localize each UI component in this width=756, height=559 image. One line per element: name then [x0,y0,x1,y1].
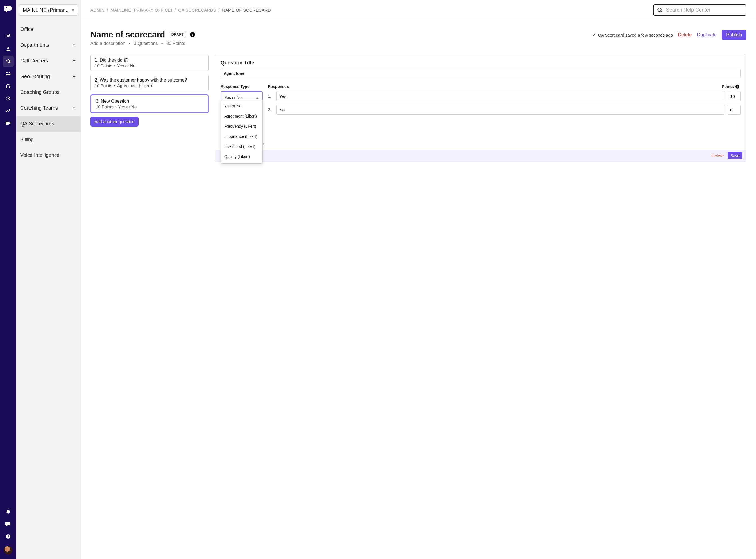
svg-line-8 [661,11,662,13]
auto-fail-line1: for certain responses [221,136,740,141]
delete-question-button[interactable]: Delete [712,154,724,158]
rail-sparkle-icon[interactable] [2,31,14,42]
rail-chat-icon[interactable] [2,518,14,530]
question-list: 1. Did they do it?10 Points•Yes or No2. … [91,54,209,127]
add-question-button[interactable]: Add another question [91,117,139,127]
svg-point-3 [9,72,10,73]
rail-history-icon[interactable] [2,93,14,104]
rail-team-icon[interactable] [2,68,14,79]
rail-headset-icon[interactable] [2,81,14,92]
sidebar-item-label: Call Centers [20,58,48,64]
sidebar-item-geo-routing[interactable]: Geo. Routing+ [16,69,81,84]
question-title-label: Question Title [221,60,740,66]
svg-point-7 [658,8,661,11]
sidebar-item-label: Departments [20,42,49,48]
save-status: ✓ QA Scorecard saved a few seconds ago [592,32,673,38]
responses-label: Responses [268,84,289,89]
breadcrumb: ADMIN / MAINLINE (PRIMARY OFFICE) / QA S… [91,7,271,13]
sidebar-item-label: Coaching Groups [20,89,60,95]
office-selector[interactable]: MAINLINE (Primar... ▾ [19,4,78,16]
svg-point-2 [6,72,8,73]
user-avatar[interactable] [4,546,13,555]
rail-help-icon[interactable]: ? [2,531,14,542]
response-number: 2. [268,107,274,112]
response-type-option[interactable]: Frequency (Likert) [221,121,262,131]
rail-analytics-icon[interactable] [2,105,14,116]
sidebar-item-call-centers[interactable]: Call Centers+ [16,53,81,69]
response-type-option[interactable]: Agreement (Likert) [221,111,262,121]
check-icon: ✓ [592,32,596,38]
main-area: ADMIN / MAINLINE (PRIMARY OFFICE) / QA S… [81,0,756,559]
office-selector-text: MAINLINE (Primar... [23,7,69,13]
response-type-option[interactable]: Likelihood (Likert) [221,141,262,152]
sidebar-item-billing[interactable]: Billing [16,132,81,147]
response-type-option[interactable]: Importance (Likert) [221,131,262,141]
crumb-current: NAME OF SCORECARD [222,7,270,13]
points-info-icon[interactable]: i [735,85,739,89]
nav-rail: ? [0,0,16,559]
topbar: ADMIN / MAINLINE (PRIMARY OFFICE) / QA S… [81,0,756,20]
info-icon[interactable]: i [190,32,195,37]
sidebar-item-departments[interactable]: Departments+ [16,37,81,53]
response-row: 2.No0 [268,105,740,115]
response-points-input[interactable]: 10 [728,91,740,101]
rail-video-icon[interactable] [2,117,14,129]
auto-fail-line2: assign a 0% grade to a call [221,141,740,147]
duplicate-scorecard-button[interactable]: Duplicate [697,32,717,38]
response-type-option[interactable]: Yes or No [221,101,262,111]
help-search-input[interactable] [665,7,742,13]
question-card[interactable]: 3. New Question10 Points•Yes or No [91,94,209,113]
plus-icon[interactable]: + [72,42,76,48]
sidebar-item-label: Office [20,26,33,32]
help-search[interactable] [653,4,747,16]
svg-rect-4 [6,122,9,125]
response-label-input[interactable]: No [276,105,725,115]
sidebar-item-coaching-teams[interactable]: Coaching Teams+ [16,100,81,116]
response-points-input[interactable]: 0 [728,105,740,115]
publish-button[interactable]: Publish [722,30,747,40]
rail-bell-icon[interactable] [2,506,14,517]
scorecard-question-count: 3 Questions [134,41,158,46]
question-card[interactable]: 2. Was the customer happy with the outco… [91,74,209,91]
editor-footer: Delete Save [215,150,746,162]
sidebar-item-label: Geo. Routing [20,74,50,80]
response-type-dropdown: Yes or NoAgreement (Likert)Frequency (Li… [221,99,263,164]
response-label-input[interactable]: Yes [276,91,725,101]
caret-down-icon: ▾ [72,7,74,13]
search-icon [657,7,663,13]
sidebar-item-label: Coaching Teams [20,105,58,111]
sidebar-item-label: Voice Intelligence [20,152,60,158]
crumb-admin[interactable]: ADMIN [91,7,104,13]
svg-text:?: ? [7,535,9,538]
app-logo-icon [4,5,12,13]
points-label: Points [722,84,734,89]
rail-settings-icon[interactable] [2,56,14,67]
question-title-input[interactable]: Agent tone [221,69,740,78]
question-card-title: 1. Did they do it? [95,58,204,63]
response-type-option[interactable]: Quality (Likert) [221,152,262,162]
scorecard-description[interactable]: Add a description [91,41,125,46]
question-card-meta: 10 Points•Agreement (Likert) [95,83,204,88]
sidebar-item-office[interactable]: Office [16,21,81,37]
scorecard-points-total: 30 Points [166,41,185,46]
crumb-office[interactable]: MAINLINE (PRIMARY OFFICE) [111,7,172,13]
svg-point-1 [7,47,9,49]
page-title[interactable]: Name of scorecard [91,30,165,39]
question-card[interactable]: 1. Did they do it?10 Points•Yes or No [91,54,209,71]
rail-person-icon[interactable] [2,43,14,54]
sidebar-item-label: QA Scorecards [20,121,54,127]
svg-point-0 [6,7,7,8]
plus-icon[interactable]: + [72,58,76,64]
plus-icon[interactable]: + [72,105,76,111]
sidebar-item-label: Billing [20,137,34,142]
save-question-button[interactable]: Save [728,152,742,159]
sidebar: MAINLINE (Primar... ▾ OfficeDepartments+… [16,0,81,559]
sidebar-item-qa-scorecards[interactable]: QA Scorecards [16,116,81,132]
delete-scorecard-button[interactable]: Delete [678,32,692,38]
crumb-scorecards[interactable]: QA SCORECARDS [178,7,216,13]
draft-badge: DRAFT [169,32,186,38]
sidebar-item-voice-intelligence[interactable]: Voice Intelligence [16,147,81,163]
response-type-label: Response Type [221,84,263,89]
sidebar-item-coaching-groups[interactable]: Coaching Groups [16,84,81,100]
plus-icon[interactable]: + [72,73,76,80]
